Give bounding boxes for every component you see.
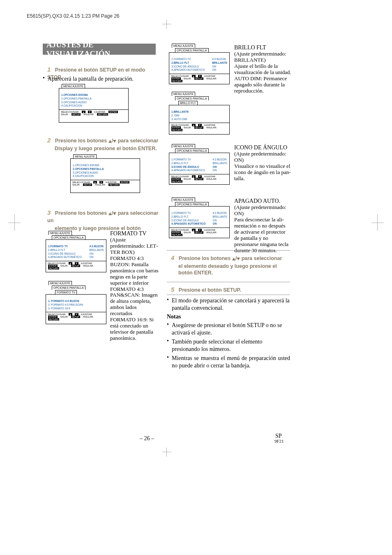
menu-item: 1. FORMATO 4:3 BUZON [48, 300, 104, 303]
desc-text: Visualice o no visualice el icono de áng… [234, 163, 292, 182]
menu-tab: MENU AJUSTE [48, 231, 72, 235]
menu-item: 1.OPCIONES IDIOMA [73, 164, 138, 167]
menu-footer: SELECCIONAR:▲▼ AJUSTAR:ENTER SALIR:SETUP… [169, 74, 229, 83]
menu-item: 3.ICONO DE ÁNGULO [48, 252, 85, 256]
notes-title: Notas [167, 313, 181, 320]
step-number: 5 [171, 286, 174, 293]
note-item: Asegúrese de presionar el botón SETUP o … [167, 322, 290, 336]
section-title: AJUSTES DE VISUALIZACIÓN [43, 44, 156, 55]
menu-item: 3.OPCIONES AUDIO [61, 101, 126, 104]
menu-tab: MENU AJUSTE [73, 154, 97, 158]
menu-item: 1.FORMATO TV [171, 211, 209, 215]
desc-text: FORMATO 4:3 BUZON: Pantalla panorámica c… [110, 255, 159, 286]
crop-mark [376, 214, 392, 231]
menu-item: 2.BRILLO FLT [171, 162, 209, 165]
menu-box-opciones: 1.FORMATO TV 2.BRILLO FLT 3.ICONO DE ÁNG… [169, 153, 230, 185]
menu-tab: OPCIONES PANTALLA [175, 202, 209, 206]
menu-value: ON [90, 255, 104, 259]
up-triangle-icon [108, 212, 112, 215]
menu-item: 1.FORMATO TV [48, 245, 85, 248]
down-triangle-icon [113, 212, 116, 215]
menu-tab: FORMATO TV [55, 290, 77, 294]
menu-footer: SELECCIONAR:▲▼ AJUSTAR:ENTER SALIR:SETUP… [59, 109, 128, 116]
menu-value: ON [212, 68, 227, 72]
menu-tab: OPCIONES PANTALLA [175, 149, 209, 153]
menu-tab: OPCIONES PANTALLA [175, 48, 209, 52]
crop-mark [0, 214, 16, 231]
desc-text: FORMATO 16:9: Si está conectado un telev… [110, 317, 159, 341]
menu-footer: SELECCIONAR:▲▼ AJUSTAR:ENTER SALIR:SETUP… [71, 180, 140, 187]
menu-item: 4.APAGADO AUTOMÁTICO [48, 255, 85, 259]
desc-title: BRILLO FLT [234, 44, 292, 51]
crop-mark [162, 448, 171, 457]
menu-value: BRILLANTE [213, 215, 227, 219]
menu-tab: OPCIONES PANTALLA [52, 286, 85, 290]
menu-item: 2. DIM [171, 114, 227, 118]
step-text: Presione los botones / para seleccionar … [47, 210, 158, 223]
menu-item: 4.APAGADO AUTOMÁTICO [171, 222, 209, 226]
step-number: 2 [47, 137, 51, 144]
body-text: Aparecerá la pantalla de preparación. [43, 75, 158, 83]
menu-item: 1.FORMATO TV [171, 158, 209, 162]
menu-box-opciones: 1.FORMATO TV 2.BRILLO FLT 3.ICONO DE ÁNG… [46, 239, 106, 272]
note-item: También puede seleccionar el elemento pr… [167, 338, 290, 353]
menu-item: 4.CALIFICACION [73, 174, 138, 178]
menu-box-main: 1.OPCIONES IDIOMA 2.OPCIONES PANTALLA 3.… [59, 88, 129, 123]
menu-item: 2.OPCIONES PANTALLA [73, 167, 138, 171]
menu-footer: SELECCIONAR:▲▼ AJUSTAR:ENTER SALIR:SETUP… [46, 312, 106, 321]
menu-box-brillo: 1.BRILLANTE 2. DIM 3. AUTO DIM SELECCION… [169, 105, 230, 135]
menu-value: ON [213, 169, 227, 172]
desc-text: FORMATO 4:3 PAN&SCAN: Imagen de altura c… [110, 286, 159, 317]
menu-tab: OPCIONES PANTALLA [52, 235, 85, 239]
menu-footer: SELECCIONAR:▲▼ AJUSTAR:ENTER SALIR:SETUP… [169, 228, 229, 237]
menu-item: 2.OPCIONES PANTALLA [61, 97, 126, 101]
menu-item: 2.BRILLO FLT [171, 215, 209, 219]
menu-value: 4:3 BUZON [90, 245, 104, 248]
menu-tab: OPCIONES PANTALLA [175, 96, 209, 100]
desc-title: APAGADO AUTO. [234, 198, 292, 204]
menu-value: 4:3 BUZON [213, 158, 227, 162]
menu-item: 2.BRILLO FLT [171, 61, 208, 65]
menu-value: 4:3 BUZON [212, 58, 227, 61]
note-item: Mientras se muestra el menú de preparaci… [167, 355, 290, 369]
menu-tab: MENU AJUSTE [172, 92, 195, 96]
step-text: Presione los botones / para seleccionar [179, 255, 282, 261]
menu-tab: MENU AJUSTE [172, 197, 195, 202]
step-number: 4 [171, 254, 174, 261]
print-header: E5615(SP).QX3 02.4.15 1:23 PM Page 26 [27, 13, 119, 19]
desc-text: Ajuste el brillo de la visual­ización de… [234, 63, 292, 76]
menu-item: 3.ICONO DE ÁNGULO [171, 165, 209, 169]
menu-value: ON [212, 65, 227, 69]
desc-text: AUTO DIM: Permanece apa­gado sólo durant… [234, 76, 292, 94]
step-text: Presione los botones / para seleccionar [55, 138, 159, 144]
menu-item: 1.BRILLANTE [171, 110, 227, 114]
step-text: el elemento deseado y luego presione el [178, 263, 290, 269]
menu-tab: MENU AJUSTE [48, 281, 72, 285]
desc-title: ICONO DE ÁNGULO [234, 144, 292, 151]
down-triangle-icon [113, 140, 116, 143]
desc-text: (Ajuste predeterminado: LET­TER BOX) [110, 237, 159, 255]
crop-mark [162, 20, 171, 29]
menu-footer: SELECCIONAR:▲▼ AJUSTAR:ENTER SALIR:SETUP… [169, 123, 229, 132]
step-text: Display y luego presione el botón ENTER. [55, 146, 160, 151]
down-triangle-icon [237, 258, 240, 260]
menu-value: ON [213, 165, 227, 169]
up-triangle-icon [232, 258, 235, 260]
menu-tab: MENU AJUSTE [172, 144, 195, 148]
menu-item: 1.OPCIONES IDIOMA [61, 93, 126, 97]
page-number: – 26 – [140, 435, 154, 442]
menu-item: 3. FORMATO 16:9 [48, 307, 104, 311]
menu-value: ON [90, 252, 104, 256]
step-number: 1 [47, 66, 51, 73]
menu-item: 3.ICONO DE ÁNGULO [171, 219, 209, 223]
menu-item: 3.OPCIONES AUDIO [73, 171, 138, 175]
menu-tab: MENU AJUSTE [62, 84, 85, 88]
menu-box-opciones: 1.FORMATO TV 2.BRILLO FLT 3.ICONO DE ÁNG… [169, 206, 230, 238]
desc-text: (Ajuste predeterminado: BRILLANTE) [234, 51, 292, 63]
desc-text: Para desconectar la ali­mentación o no d… [234, 217, 292, 254]
menu-footer: SELECCIONAR:▲▼ AJUSTAR:ENTER SALIR:SETUP… [46, 261, 106, 270]
step-number: 3 [47, 209, 51, 216]
menu-item: 4.CALIFICACION [61, 104, 126, 108]
menu-item: 1.FORMATO TV [171, 58, 208, 61]
step-text: botón ENTER. [178, 270, 290, 276]
